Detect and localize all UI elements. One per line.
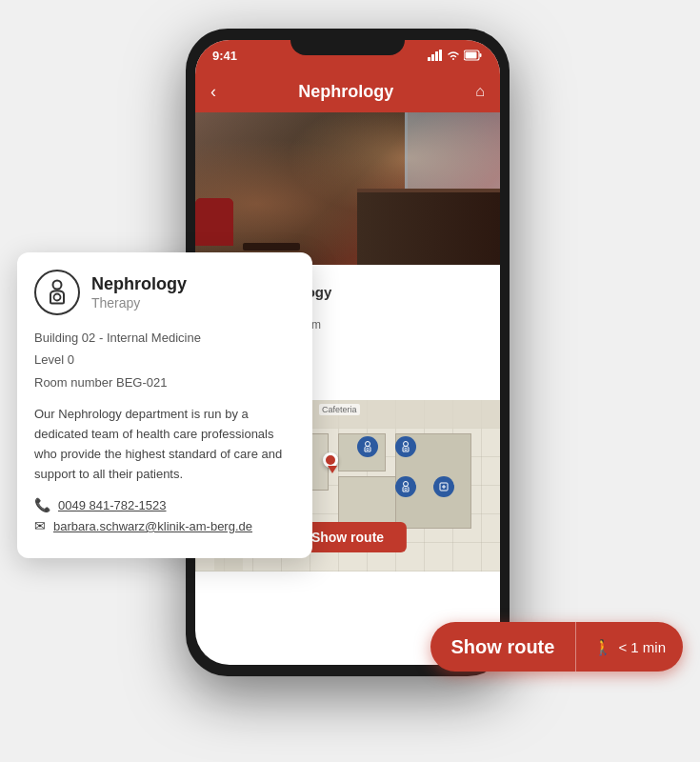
card-contact: 📞 0049 841-782-1523 ✉ barbara.schwarz@kl… (34, 497, 295, 533)
phone-link[interactable]: 0049 841-782-1523 (58, 498, 167, 512)
location-line2: Level 0 (34, 352, 74, 367)
svg-rect-3 (439, 50, 442, 61)
svg-point-17 (54, 294, 61, 301)
card-dept-icon (34, 270, 80, 315)
card-title-group: Nephrology Therapy (91, 274, 187, 311)
status-icons (428, 50, 483, 61)
card-header: Nephrology Therapy (34, 270, 295, 315)
hero-image (195, 112, 500, 265)
svg-point-12 (405, 448, 407, 450)
card-subtitle: Therapy (91, 295, 187, 311)
person-icon-large (46, 279, 69, 306)
phone-notch (290, 29, 405, 55)
battery-icon (464, 50, 483, 61)
svg-point-10 (367, 448, 369, 450)
card-description: Our Nephrology department is run by a de… (34, 405, 295, 484)
svg-point-11 (404, 442, 409, 447)
map-cafeteria-label: Cafeteria (319, 404, 360, 415)
home-indicator (310, 655, 386, 659)
svg-rect-0 (428, 57, 430, 61)
info-card: Nephrology Therapy Building 02 - Interna… (17, 252, 312, 558)
svg-point-9 (366, 442, 370, 447)
svg-rect-5 (480, 53, 482, 57)
map-icon-4 (433, 476, 454, 497)
show-route-pill[interactable]: Show route 🚶 < 1 min (430, 622, 684, 672)
pill-time: 🚶 < 1 min (576, 625, 683, 670)
show-route-label: Show route (430, 623, 576, 672)
card-title: Nephrology (91, 274, 187, 294)
email-icon: ✉ (34, 518, 46, 533)
signal-icon (428, 50, 443, 61)
card-location: Building 02 - Internal Medicine Level 0 … (34, 327, 295, 393)
nav-bar: ‹ Nephrology ⌂ (195, 70, 500, 112)
svg-rect-1 (431, 54, 434, 61)
home-button[interactable]: ⌂ (475, 83, 485, 100)
phone-icon: 📞 (34, 497, 50, 512)
phone-row: 📞 0049 841-782-1523 (34, 497, 295, 512)
map-icon-3 (395, 476, 416, 497)
map-icon-1 (357, 436, 378, 457)
svg-point-13 (404, 482, 409, 487)
walk-icon: 🚶 (593, 638, 612, 656)
svg-point-14 (405, 488, 407, 490)
map-location-pin (323, 452, 342, 471)
location-line3: Room number BEG-021 (34, 375, 167, 390)
location-line1: Building 02 - Internal Medicine (34, 331, 201, 345)
email-row: ✉ barbara.schwarz@klinik-am-berg.de (34, 518, 295, 533)
status-time: 9:41 (212, 49, 237, 63)
svg-rect-6 (466, 52, 477, 59)
wifi-icon (447, 50, 460, 61)
email-link[interactable]: barbara.schwarz@klinik-am-berg.de (53, 519, 252, 533)
svg-rect-2 (435, 51, 438, 61)
svg-point-16 (53, 281, 62, 290)
walk-time: < 1 min (618, 639, 666, 655)
map-icon-2 (395, 436, 416, 457)
nav-title: Nephrology (216, 82, 475, 102)
